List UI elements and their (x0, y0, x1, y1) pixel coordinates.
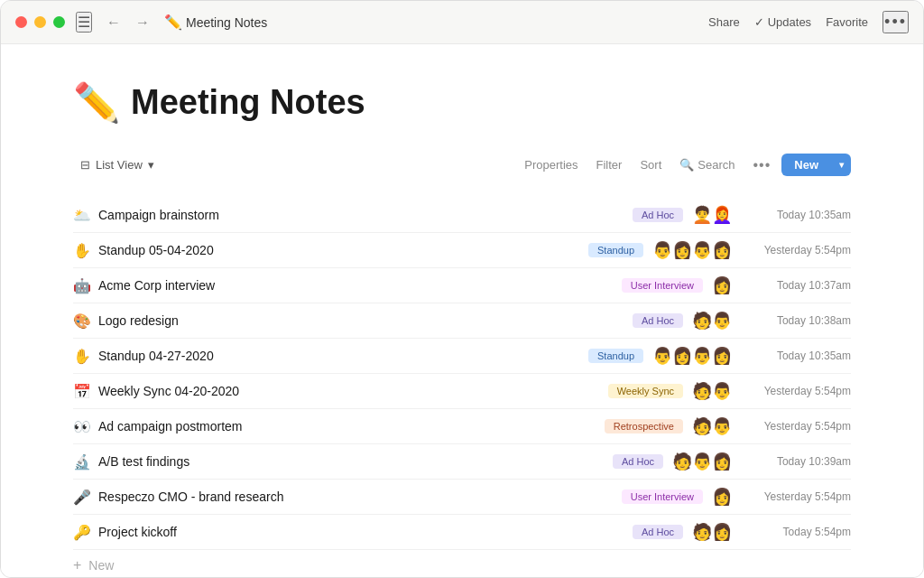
toolbar: ⊟ List View ▾ Properties Filter Sort 🔍 S… (73, 154, 851, 183)
list-icon: ⊟ (80, 158, 90, 172)
checkmark-icon: ✓ (754, 15, 764, 29)
favorite-button[interactable]: Favorite (826, 15, 868, 29)
row-emoji: 📅 (73, 383, 98, 400)
titlebar: ☰ ← → ✏️ Meeting Notes Share ✓ Updates F… (1, 1, 923, 44)
row-title: Standup 04-27-2020 (98, 349, 588, 363)
row-title: A/B test findings (98, 454, 613, 469)
row-emoji: 👀 (73, 418, 98, 435)
row-time: Yesterday 5:54pm (743, 420, 851, 433)
row-tag: Retrospective (605, 419, 683, 434)
list-item[interactable]: 🎤 Respeczo CMO - brand research User Int… (73, 480, 851, 515)
filter-button[interactable]: Filter (589, 154, 630, 175)
toolbar-more-button[interactable]: ••• (745, 155, 778, 175)
avatar: 👨👩👨👩 (652, 346, 732, 366)
row-avatars: 👩 (714, 275, 732, 295)
main-content: ✏️ Meeting Notes ⊟ List View ▾ Propertie… (1, 44, 923, 578)
titlebar-emoji: ✏️ (164, 14, 182, 31)
row-emoji: 🌥️ (73, 207, 98, 224)
row-emoji: ✋ (73, 242, 98, 259)
list-item[interactable]: 🔑 Project kickoff Ad Hoc 🧑👩 Today 5:54pm (73, 515, 851, 550)
row-title: Campaign brainstorm (98, 208, 633, 222)
avatar: 🧑👩 (692, 522, 732, 542)
row-time: Today 5:54pm (743, 526, 851, 538)
avatar: 🧑👨👩 (672, 452, 732, 471)
properties-button[interactable]: Properties (517, 154, 585, 175)
new-button[interactable]: New ▾ (781, 154, 851, 176)
row-emoji: 🔬 (73, 453, 98, 471)
search-icon: 🔍 (679, 158, 694, 172)
row-title: Project kickoff (98, 525, 633, 539)
row-title: Standup 05-04-2020 (98, 243, 588, 257)
list-item[interactable]: 🌥️ Campaign brainstorm Ad Hoc 🧑‍🦱👩‍🦰 Tod… (73, 198, 851, 233)
close-button[interactable] (15, 16, 27, 28)
menu-icon[interactable]: ☰ (76, 12, 92, 33)
list-item[interactable]: 🔬 A/B test findings Ad Hoc 🧑👨👩 Today 10:… (73, 444, 851, 480)
row-tag: Ad Hoc (633, 208, 683, 222)
page-header: ✏️ Meeting Notes (73, 80, 851, 125)
list-view-button[interactable]: ⊟ List View ▾ (73, 154, 162, 175)
window-controls (15, 16, 65, 28)
row-time: Yesterday 5:54pm (743, 490, 851, 503)
toolbar-right: Properties Filter Sort 🔍 Search ••• New … (517, 154, 851, 176)
list-item[interactable]: ✋ Standup 05-04-2020 Standup 👨👩👨👩 Yester… (73, 233, 851, 268)
row-title: Acme Corp interview (98, 278, 622, 293)
chevron-down-icon: ▾ (148, 158, 154, 172)
row-tag: Ad Hoc (613, 454, 663, 469)
row-avatars: 👩 (714, 487, 732, 507)
new-chevron-icon: ▾ (832, 155, 851, 174)
row-tag: Standup (588, 243, 643, 257)
row-avatars: 🧑👨👩 (674, 452, 732, 471)
row-tag: Ad Hoc (633, 313, 683, 328)
updates-button[interactable]: ✓ Updates (754, 15, 811, 29)
row-time: Today 10:38am (743, 314, 851, 327)
row-emoji: 🎨 (73, 312, 98, 330)
row-avatars: 👨👩👨👩 (654, 240, 732, 260)
row-emoji: 🔑 (73, 524, 98, 541)
minimize-button[interactable] (34, 16, 46, 28)
row-avatars: 🧑👨 (694, 381, 732, 401)
row-emoji: ✋ (73, 348, 98, 365)
row-time: Today 10:35am (743, 350, 851, 362)
row-avatars: 🧑‍🦱👩‍🦰 (694, 205, 732, 225)
titlebar-actions: Share ✓ Updates Favorite ••• (708, 11, 909, 33)
row-emoji: 🤖 (73, 277, 98, 294)
share-button[interactable]: Share (708, 15, 740, 29)
list-item[interactable]: 🎨 Logo redesign Ad Hoc 🧑👨 Today 10:38am (73, 303, 851, 339)
back-button[interactable]: ← (103, 13, 125, 33)
row-title: Weekly Sync 04-20-2020 (98, 384, 608, 398)
row-time: Today 10:39am (743, 455, 851, 468)
nav-buttons: ← → (103, 13, 153, 33)
sort-button[interactable]: Sort (633, 154, 669, 175)
row-time: Yesterday 5:54pm (743, 385, 851, 397)
avatar: 🧑👨 (692, 381, 732, 401)
row-tag: User Interview (622, 489, 703, 504)
row-avatars: 🧑👩 (694, 522, 732, 542)
forward-button[interactable]: → (132, 13, 153, 33)
avatar: 🧑👨 (692, 416, 732, 436)
avatar: 👨👩👨👩 (652, 240, 732, 260)
row-time: Yesterday 5:54pm (743, 244, 851, 256)
search-button[interactable]: 🔍 Search (672, 154, 742, 175)
avatar: 🧑‍🦱👩‍🦰 (692, 205, 732, 225)
row-title: Respeczo CMO - brand research (98, 489, 622, 504)
page-emoji: ✏️ (73, 80, 120, 125)
list-item[interactable]: ✋ Standup 04-27-2020 Standup 👨👩👨👩 Today … (73, 339, 851, 374)
row-tag: Standup (588, 349, 643, 363)
row-tag: User Interview (622, 278, 703, 293)
new-row[interactable]: + New (73, 550, 851, 578)
row-title: Logo redesign (98, 313, 633, 328)
list-item[interactable]: 🤖 Acme Corp interview User Interview 👩 T… (73, 268, 851, 303)
maximize-button[interactable] (53, 16, 65, 28)
items-list: 🌥️ Campaign brainstorm Ad Hoc 🧑‍🦱👩‍🦰 Tod… (73, 198, 851, 550)
row-emoji: 🎤 (73, 489, 98, 506)
avatar: 👩 (712, 487, 732, 507)
list-item[interactable]: 📅 Weekly Sync 04-20-2020 Weekly Sync 🧑👨 … (73, 374, 851, 409)
list-item[interactable]: 👀 Ad campaign postmortem Retrospective 🧑… (73, 409, 851, 444)
plus-icon: + (73, 557, 81, 573)
titlebar-title: Meeting Notes (186, 15, 708, 30)
row-avatars: 🧑👨 (694, 416, 732, 436)
row-tag: Weekly Sync (608, 384, 683, 398)
avatar: 👩 (712, 275, 732, 295)
more-options-button[interactable]: ••• (882, 11, 909, 33)
row-time: Today 10:35am (743, 209, 851, 221)
